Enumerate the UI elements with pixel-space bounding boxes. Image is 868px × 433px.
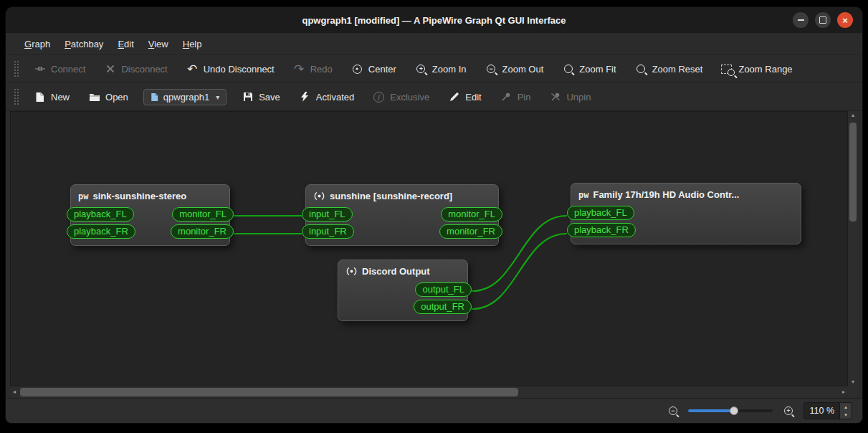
zoom-out-icon[interactable]: − [667, 405, 679, 417]
zoom-in-icon: + [415, 63, 427, 75]
graph-toolbar: Connect Disconnect ↶ Undo Disconnect ↷ R… [6, 55, 862, 83]
minimize-icon [798, 19, 804, 21]
zoom-range-icon [721, 63, 733, 75]
zoom-reset-button[interactable]: Zoom Reset [629, 60, 710, 79]
toolbar-drag-handle[interactable] [14, 89, 19, 105]
close-icon: × [842, 15, 848, 26]
maximize-icon [819, 16, 826, 24]
save-button[interactable]: Save [235, 87, 287, 107]
maximize-button[interactable] [815, 12, 831, 28]
zoom-slider-handle[interactable] [730, 406, 738, 415]
disconnect-icon [104, 63, 116, 75]
zoom-in-icon[interactable]: + [782, 405, 794, 417]
undo-disconnect-label: Undo Disconnect [204, 64, 275, 75]
port-input[interactable]: input_FR [302, 224, 354, 239]
port-output[interactable]: monitor_FL [441, 207, 502, 222]
close-button[interactable]: × [837, 12, 853, 28]
chevron-down-icon: ▾ [216, 93, 219, 101]
port-output[interactable]: monitor_FL [172, 207, 234, 222]
zoom-spin-up-button[interactable]: ▴ [840, 403, 852, 411]
connect-icon [34, 63, 46, 75]
horizontal-scrollbar[interactable]: ◂ ▸ [10, 386, 848, 398]
graph-node[interactable]: pw sink-sunshine-stereo playback_FL play… [70, 184, 230, 246]
zoom-fit-button[interactable]: Zoom Fit [555, 60, 622, 79]
vertical-scrollbar-thumb[interactable] [849, 123, 857, 222]
new-label: New [51, 92, 70, 103]
edit-label: Edit [465, 92, 481, 103]
zoom-spinbox[interactable]: 110 % ▴ ▾ [803, 402, 852, 419]
activated-toggle[interactable]: Activated [292, 87, 361, 107]
new-file-icon [34, 91, 46, 103]
record-icon [313, 190, 325, 202]
port-output[interactable]: monitor_FR [171, 224, 234, 239]
node-header: pw Family 17h/19h HD Audio Contr... [571, 184, 801, 204]
horizontal-scrollbar-thumb[interactable] [20, 388, 518, 396]
port-input[interactable]: playback_FL [567, 206, 634, 220]
new-button[interactable]: New [27, 87, 76, 107]
menu-patchbay[interactable]: Patchbay [57, 36, 110, 52]
center-icon [351, 63, 363, 75]
graph-node[interactable]: Discord Output output_FL output_FR [338, 260, 468, 321]
zoom-slider[interactable] [688, 405, 773, 417]
graph-canvas[interactable]: pw sink-sunshine-stereo playback_FL play… [10, 111, 848, 386]
zoom-in-button[interactable]: + Zoom In [409, 60, 473, 79]
open-button[interactable]: Open [82, 87, 135, 107]
menu-graph[interactable]: Graph [17, 36, 57, 52]
scroll-right-arrow[interactable]: ▸ [842, 389, 845, 395]
node-title: sink-sunshine-stereo [92, 191, 186, 201]
minimize-button[interactable] [793, 12, 809, 28]
toolbar-drag-handle[interactable] [14, 61, 19, 77]
unpin-button[interactable]: Unpin [543, 87, 597, 107]
zoom-reset-icon [635, 63, 647, 75]
port-input[interactable]: input_FL [302, 207, 353, 222]
edit-toggle[interactable]: Edit [442, 87, 487, 107]
scroll-left-arrow[interactable]: ◂ [13, 389, 16, 395]
pin-label: Pin [518, 92, 531, 103]
zoom-range-button[interactable]: Zoom Range [715, 60, 798, 79]
patchbay-file-icon [151, 92, 159, 102]
save-label: Save [259, 92, 280, 103]
port-output[interactable]: monitor_FR [439, 224, 502, 239]
zoom-spin-arrows: ▴ ▾ [839, 403, 852, 419]
zoom-spin-down-button[interactable]: ▾ [840, 411, 852, 419]
patchbay-selector[interactable]: qpwgraph1 ▾ [143, 89, 226, 105]
port-output[interactable]: output_FL [415, 282, 472, 297]
menu-edit[interactable]: Edit [110, 36, 140, 52]
connect-button[interactable]: Connect [27, 60, 92, 79]
exclusive-toggle[interactable]: ƒ Exclusive [366, 87, 436, 107]
zoom-fit-label: Zoom Fit [579, 64, 616, 75]
pipewire-icon: pw [578, 189, 588, 201]
scroll-up-arrow[interactable]: ▴ [852, 113, 854, 118]
node-header: pw sink-sunshine-stereo [71, 185, 229, 206]
graph-node[interactable]: sunshine [sunshine-record] input_FL inpu… [305, 184, 499, 246]
vertical-scrollbar[interactable]: ▴ ▾ [848, 111, 858, 386]
port-output[interactable]: output_FR [414, 300, 472, 314]
redo-icon: ↷ [293, 63, 305, 75]
exclusive-label: Exclusive [390, 92, 429, 103]
port-input[interactable]: playback_FL [67, 207, 134, 222]
port-input[interactable]: playback_FR [67, 224, 135, 239]
zoom-range-label: Zoom Range [738, 64, 792, 75]
graph-node[interactable]: pw Family 17h/19h HD Audio Contr... play… [571, 183, 801, 244]
port-input[interactable]: playback_FR [567, 223, 636, 237]
menu-view[interactable]: View [141, 36, 176, 52]
scroll-down-arrow[interactable]: ▾ [852, 379, 854, 385]
app-window: qpwgraph1 [modified] — A PipeWire Graph … [6, 7, 862, 423]
zoom-value: 110 % [804, 403, 839, 419]
undo-disconnect-button[interactable]: ↶ Undo Disconnect [180, 60, 281, 79]
center-button[interactable]: Center [345, 60, 403, 79]
pin-button[interactable]: Pin [494, 87, 538, 107]
zoom-slider-fill [688, 409, 734, 412]
disconnect-button[interactable]: Disconnect [97, 60, 173, 79]
zoom-out-button[interactable]: − Zoom Out [479, 60, 550, 79]
redo-button[interactable]: ↷ Redo [287, 60, 339, 79]
titlebar[interactable]: qpwgraph1 [modified] — A PipeWire Graph … [6, 7, 862, 33]
unpin-icon [549, 91, 561, 103]
window-controls: × [793, 12, 862, 28]
unpin-label: Unpin [566, 92, 591, 103]
record-icon [345, 265, 358, 277]
menu-help[interactable]: Help [176, 36, 209, 52]
pin-icon [500, 91, 512, 103]
undo-icon: ↶ [186, 63, 199, 75]
connection-wires-layer [11, 112, 847, 386]
